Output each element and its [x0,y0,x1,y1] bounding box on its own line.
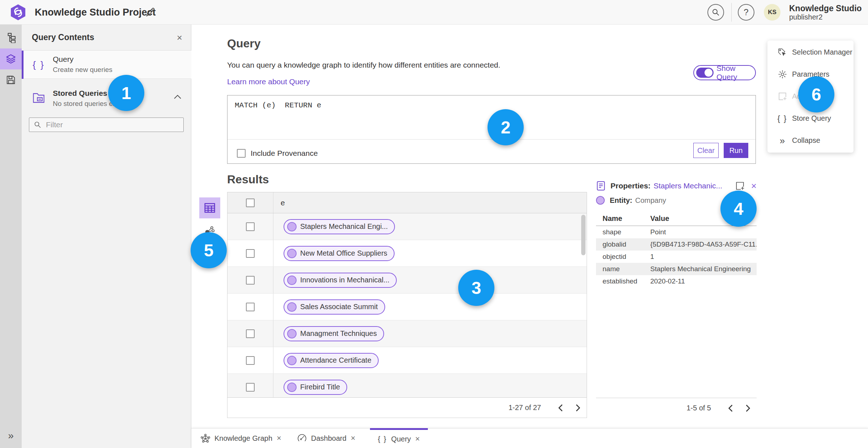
table-row[interactable]: Staplers Mechanical Engi... [227,213,587,240]
hierarchy-view-button[interactable] [0,27,22,48]
braces-icon: { } [378,435,387,443]
results-page-range: 1-27 of 27 [509,404,541,412]
panel-item-stored-queries[interactable]: Stored Queries No stored queries exist [22,83,191,114]
table-row[interactable]: Attendance Certificate [227,347,587,374]
row-checkbox[interactable] [246,249,255,258]
entity-chip[interactable]: Staplers Mechanical Engi... [284,219,395,234]
properties-pagination: 1-5 of 5 [596,398,757,418]
menu-item-collapse[interactable]: » Collapse [767,129,854,152]
table-row[interactable]: New Metal Office Suppliers [227,240,587,267]
entity-value: Company [635,196,666,205]
help-icon[interactable]: ? [738,4,754,21]
entity-chip[interactable]: Sales Associate Summit [284,299,385,315]
clear-button[interactable]: Clear [693,143,719,158]
edit-title-icon[interactable] [145,7,156,18]
avatar[interactable]: KS [764,4,780,21]
close-tab-icon[interactable]: × [415,435,420,443]
table-row[interactable]: Firebird Title [227,374,587,397]
app-logo-icon[interactable] [10,4,26,21]
toggle-track[interactable] [696,68,714,78]
table-row[interactable]: Innovations in Mechanical... [227,267,587,294]
expand-rail-icon[interactable]: » [0,430,22,441]
panel-item-query[interactable]: { } Query Create new queries [22,51,191,79]
row-checkbox[interactable] [246,303,255,311]
select-all-checkbox[interactable] [246,199,255,207]
close-panel-icon[interactable]: × [177,33,182,42]
entity-chip[interactable]: Firebird Title [284,380,347,395]
menu-item-selection-manager[interactable]: Selection Manager [767,41,854,63]
table-row[interactable]: Sales Associate Summit [227,294,587,320]
topbar-divider [731,3,732,22]
panel-item-title: Stored Queries [53,89,107,98]
filter-field[interactable] [29,118,184,132]
include-provenance-row: Include Provenance [237,149,318,158]
row-checkbox[interactable] [246,222,255,231]
learn-more-link[interactable]: Learn more about Query [227,77,310,86]
tab-query[interactable]: { } Query × [370,428,428,448]
include-provenance-checkbox[interactable] [237,149,246,158]
collapse-icon: » [777,136,788,145]
close-properties-icon[interactable]: × [751,181,757,191]
panel-item-title: Query [53,55,73,64]
table-view-button[interactable] [199,197,220,218]
annotation-callout-4: 4 [720,191,757,227]
entity-dot-icon [287,222,297,231]
layers-view-button[interactable] [0,48,22,69]
panel-item-subtitle: Create new queries [53,66,112,74]
add-to-new-icon[interactable] [735,181,745,191]
user-name: Knowledge Studio [789,4,862,13]
entity-chip[interactable]: Attendance Certificate [284,353,379,368]
row-checkbox[interactable] [246,276,255,285]
entity-chip[interactable]: New Metal Office Suppliers [284,246,395,261]
search-icon[interactable] [707,4,724,21]
row-checkbox[interactable] [246,329,255,338]
next-page-icon[interactable] [739,401,757,415]
chevron-up-icon[interactable] [174,95,181,99]
run-button[interactable]: Run [724,143,748,158]
filter-input[interactable] [46,120,169,129]
knowledge-studio-app: Knowledge Studio Project ? KS Knowledge … [0,0,868,448]
show-query-label: Show Query [716,64,751,81]
annotation-callout-1: 1 [108,75,144,111]
include-provenance-label: Include Provenance [251,149,318,158]
annotation-callout-3: 3 [458,270,494,306]
tab-dashboard[interactable]: Dashboard × [289,428,363,448]
results-table-header: e [227,192,587,213]
knowledge-graph-icon [201,434,210,443]
properties-title: Properties: [610,182,651,190]
show-query-toggle[interactable]: Show Query [693,65,756,80]
entity-chip[interactable]: Managment Techniques [284,326,384,341]
close-tab-icon[interactable]: × [351,434,356,442]
row-checkbox[interactable] [246,356,255,365]
top-bar: Knowledge Studio Project ? KS Knowledge … [0,0,868,25]
property-row: objectid1 [596,251,757,263]
results-scrollbar[interactable] [581,215,586,255]
panel-header: Query Contents × [22,25,191,51]
previous-page-icon[interactable] [552,401,569,415]
bottom-tab-bar: Knowledge Graph × Dashboard × { } Query … [191,428,868,448]
results-pagination: 1-27 of 27 [227,397,587,418]
table-row[interactable]: Managment Techniques [227,320,587,347]
selection-manager-icon [777,48,788,57]
property-row: established2020-02-11 [596,275,757,287]
entity-dot-icon [596,196,605,205]
entity-chip[interactable]: Innovations in Mechanical... [284,273,397,288]
user-role: publisher2 [789,13,862,21]
properties-entity-link[interactable]: Staplers Mechanic... [654,182,722,190]
row-checkbox[interactable] [246,383,255,392]
select-all-cell [227,192,273,213]
dashboard-icon [297,434,307,443]
results-table: e Staplers Mechanical Engi... New Metal … [227,192,587,418]
next-page-icon[interactable] [569,401,587,415]
query-heading: Query [227,37,260,50]
close-tab-icon[interactable]: × [277,434,281,442]
property-row: shapePoint [596,226,757,238]
query-description: You can query a knowledge graph to ident… [227,61,500,69]
entity-label: Entity: [610,196,632,205]
query-contents-panel: Query Contents × { } Query Create new qu… [22,25,191,448]
tab-knowledge-graph[interactable]: Knowledge Graph × [193,428,289,448]
previous-page-icon[interactable] [722,401,739,415]
save-button[interactable] [0,69,22,90]
user-block[interactable]: Knowledge Studio publisher2 [789,4,862,21]
panel-title: Query Contents [32,33,177,42]
